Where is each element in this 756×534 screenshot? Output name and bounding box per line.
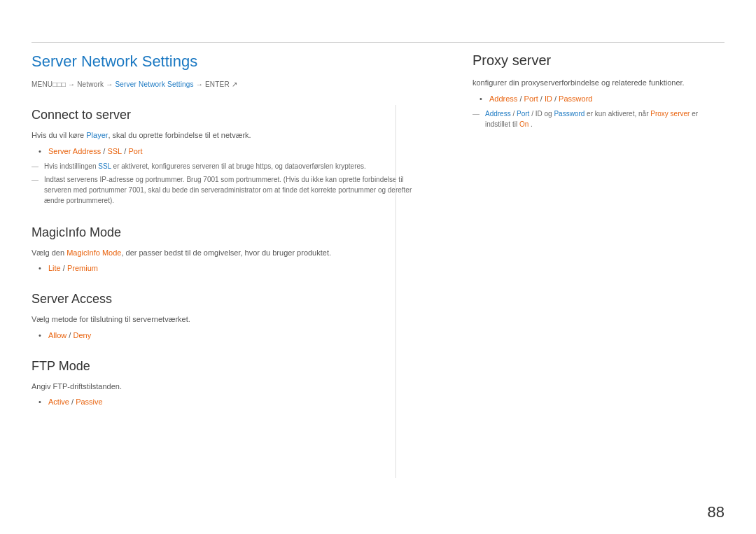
proxy-note-text2: er kun aktiveret, når <box>587 110 650 118</box>
breadcrumb-menu: MENU□□□ <box>31 80 66 88</box>
section-proxy-server: Proxy server konfigurer din proxyserverf… <box>472 52 724 129</box>
page-number: 88 <box>708 503 724 521</box>
top-border <box>31 42 724 43</box>
proxy-bullet-item: Address / Port / ID / Password <box>479 94 724 103</box>
connect-note2: Indtast serverens IP-adresse og portnumm… <box>31 174 416 206</box>
right-column: Proxy server konfigurer din proxyserverf… <box>458 52 724 506</box>
left-column: Server Network Settings MENU□□□ → Networ… <box>31 52 430 506</box>
connect-to-server-desc: Hvis du vil køre Player, skal du oprette… <box>31 129 416 141</box>
breadcrumb: MENU□□□ → Network → Server Network Setti… <box>31 80 416 88</box>
server-access-bullet-list: Allow / Deny <box>38 331 416 339</box>
proxy-note-password: Password <box>554 110 584 118</box>
content-area: Server Network Settings MENU□□□ → Networ… <box>31 52 724 506</box>
passive-link: Passive <box>76 398 103 406</box>
port-link: Port <box>128 147 142 155</box>
server-address-link: Server Address <box>48 147 101 155</box>
section-server-access: Server Access Vælg metode for tilslutnin… <box>31 292 416 339</box>
vertical-divider <box>396 105 396 478</box>
proxy-server-desc: konfigurer din proxyserverforbindelse og… <box>472 77 724 89</box>
deny-link: Deny <box>73 331 91 339</box>
section-ftp-mode: FTP Mode Angiv FTP-driftstilstanden. Act… <box>31 359 416 407</box>
lite-link: Lite <box>48 264 61 272</box>
proxy-note-text1: / ID og <box>531 110 554 118</box>
proxy-server-title: Proxy server <box>472 52 724 69</box>
breadcrumb-network: Network <box>77 80 104 88</box>
id-link: ID <box>545 94 552 103</box>
server-access-desc: Vælg metode for tilslutning til serverne… <box>31 314 416 325</box>
proxy-port-link: Port <box>524 94 538 103</box>
active-link: Active <box>48 398 69 406</box>
ssl-link: SSL <box>107 147 122 155</box>
magicinfo-mode-link: MagicInfo Mode <box>66 248 121 257</box>
premium-link: Premium <box>67 264 98 272</box>
proxy-note: Address / Port / ID og Password er kun a… <box>472 108 724 129</box>
player-link: Player <box>86 131 108 139</box>
server-access-title: Server Access <box>31 292 416 307</box>
breadcrumb-arrow2: → <box>106 80 115 88</box>
address-link: Address <box>489 94 517 103</box>
connect-to-server-title: Connect to server <box>31 108 416 122</box>
password-link: Password <box>559 94 592 103</box>
connect-note1: Hvis indstillingen SSL er aktiveret, kon… <box>31 161 416 171</box>
ftp-bullet-list: Active / Passive <box>38 398 416 406</box>
page-title: Server Network Settings <box>31 52 416 71</box>
page-container: Server Network Settings MENU□□□ → Networ… <box>0 0 756 534</box>
on-link: On <box>519 120 528 128</box>
ftp-bullet-item: Active / Passive <box>38 398 416 406</box>
ftp-mode-desc: Angiv FTP-driftstilstanden. <box>31 381 416 393</box>
allow-link: Allow <box>48 331 66 339</box>
magicinfo-bullet-list: Lite / Premium <box>38 264 416 272</box>
proxy-note-address: Address <box>485 110 511 118</box>
proxy-note-end: . <box>531 120 533 128</box>
section-magicinfo-mode: MagicInfo Mode Vælg den MagicInfo Mode, … <box>31 225 416 273</box>
magicinfo-bullet-item: Lite / Premium <box>38 264 416 272</box>
breadcrumb-enter: ENTER ↗ <box>205 80 237 88</box>
proxy-bullet-list: Address / Port / ID / Password <box>479 94 724 103</box>
connect-bullet-list: Server Address / SSL / Port <box>38 147 416 155</box>
ssl-note-link: SSL <box>98 162 111 170</box>
magicinfo-mode-title: MagicInfo Mode <box>31 225 416 240</box>
ftp-mode-title: FTP Mode <box>31 359 416 374</box>
proxy-note-port: Port <box>517 110 529 118</box>
proxy-server-note-link: Proxy server <box>650 110 690 118</box>
magicinfo-mode-desc: Vælg den MagicInfo Mode, der passer beds… <box>31 247 416 259</box>
server-access-bullet-item: Allow / Deny <box>38 331 416 339</box>
section-connect-to-server: Connect to server Hvis du vil køre Playe… <box>31 108 416 206</box>
breadcrumb-arrow3: → <box>196 80 205 88</box>
breadcrumb-settings: Server Network Settings <box>115 80 193 88</box>
breadcrumb-arrow1: → <box>68 80 77 88</box>
connect-bullet-item: Server Address / SSL / Port <box>38 147 416 155</box>
